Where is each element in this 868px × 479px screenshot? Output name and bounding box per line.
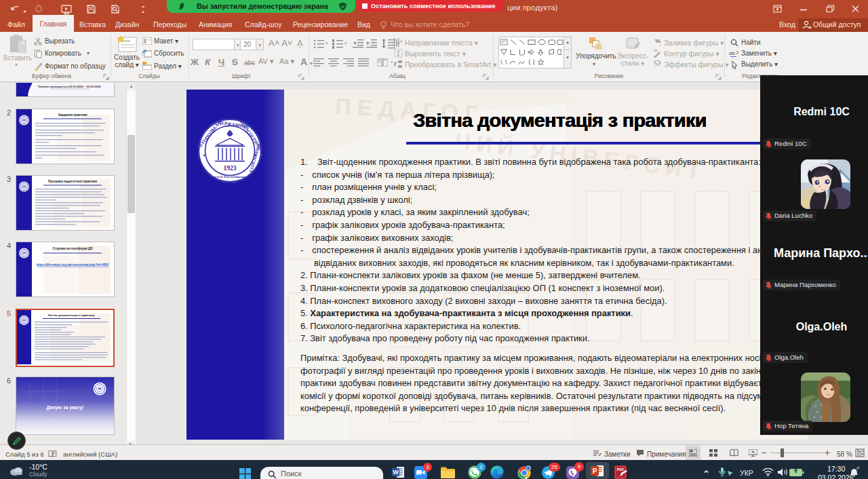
svg-text:Завдання практики: Завдання практики	[58, 113, 87, 117]
svg-text:імені Б.Хмельницького: імені Б.Хмельницького	[212, 175, 248, 178]
svg-text:Програма педагогічної практики: Програма педагогічної практики	[48, 180, 97, 183]
svg-text:Звітна документація з практики: Звітна документація з практики	[48, 313, 95, 317]
svg-text:ab: ab	[729, 50, 735, 56]
svg-text:А: А	[399, 38, 403, 45]
svg-text:Сторінка на платформі ДО: Сторінка на платформі ДО	[52, 246, 93, 250]
svg-text:1923: 1923	[224, 165, 237, 172]
svg-text:P: P	[593, 467, 597, 475]
svg-text:PDF: PDF	[617, 467, 625, 472]
svg-text:https:⁄⁄dfn.mdpu.org.ua⁄course: https:⁄⁄dfn.mdpu.org.ua⁄course⁄view.php?…	[37, 263, 109, 267]
svg-text:Дякую за увагу!: Дякую за увагу!	[47, 405, 84, 410]
svg-text:W: W	[393, 469, 399, 476]
svg-text:zoom: zoom	[418, 472, 425, 476]
svg-text:Терміни проводиться 02.03.2026: Терміни проводиться 02.03.2026 – 03.03.2…	[38, 85, 101, 88]
svg-text:z: z	[858, 467, 860, 470]
